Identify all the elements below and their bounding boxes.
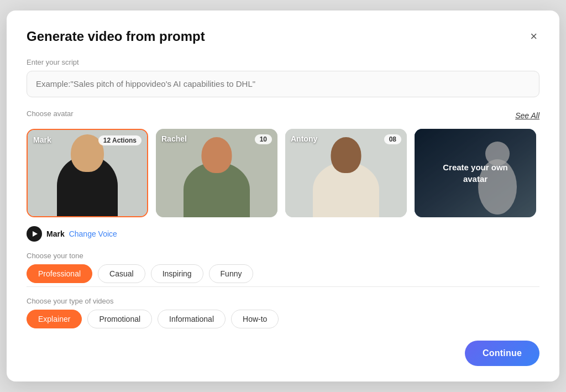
avatar-header: Choose avatar See All xyxy=(27,109,539,122)
tone-pill-professional[interactable]: Professional xyxy=(27,264,92,283)
script-input-wrapper[interactable] xyxy=(27,71,539,97)
script-label: Enter your script xyxy=(27,58,539,66)
modal-overlay: Generate video from prompt × Enter your … xyxy=(0,0,566,392)
avatar-card-rachel[interactable]: Rachel 10 xyxy=(156,129,277,217)
tone-pill-group: Professional Casual Inspiring Funny xyxy=(27,264,539,283)
generate-video-modal: Generate video from prompt × Enter your … xyxy=(7,11,559,382)
video-type-pill-howto[interactable]: How-to xyxy=(231,310,279,328)
avatar-card-antony[interactable]: Antony 08 xyxy=(285,129,407,217)
modal-title: Generate video from prompt xyxy=(27,29,205,44)
video-type-pill-informational[interactable]: Informational xyxy=(158,310,226,328)
avatar-name-rachel: Rachel xyxy=(161,134,187,143)
video-type-label: Choose your type of videos xyxy=(27,297,539,305)
script-input[interactable] xyxy=(36,79,530,88)
continue-button[interactable]: Continue xyxy=(465,341,539,366)
avatar-name-mark: Mark xyxy=(33,135,51,144)
custom-avatar-overlay: Create your ownavatar xyxy=(415,129,536,217)
avatar-label: Choose avatar xyxy=(27,109,74,118)
tone-pill-inspiring[interactable]: Inspiring xyxy=(151,264,203,283)
change-voice-link[interactable]: Change Voice xyxy=(69,229,117,238)
see-all-link[interactable]: See All xyxy=(515,111,539,120)
avatar-card-mark[interactable]: Mark 12 Actions xyxy=(27,129,148,217)
tone-pill-funny[interactable]: Funny xyxy=(209,264,254,283)
tone-section: Choose your tone Professional Casual Ins… xyxy=(27,252,539,283)
avatar-name-antony: Antony xyxy=(291,134,317,143)
video-type-pill-explainer[interactable]: Explainer xyxy=(27,310,82,328)
video-type-section: Choose your type of videos Explainer Pro… xyxy=(27,297,539,328)
avatar-badge-mark: 12 Actions xyxy=(98,135,142,145)
close-button[interactable]: × xyxy=(528,28,539,45)
footer-row: Continue xyxy=(27,341,539,366)
avatar-badge-rachel: 10 xyxy=(255,134,272,144)
avatar-section: Choose avatar See All Mark 12 Actions xyxy=(27,109,539,217)
custom-avatar-text: Create your ownavatar xyxy=(443,161,508,185)
play-icon xyxy=(33,231,38,237)
modal-header: Generate video from prompt × xyxy=(27,28,539,45)
voice-name: Mark xyxy=(46,229,65,238)
tone-pill-casual[interactable]: Casual xyxy=(98,264,145,283)
voice-row: Mark Change Voice xyxy=(27,226,539,242)
play-voice-button[interactable] xyxy=(27,226,42,242)
avatar-card-custom[interactable]: Create your ownavatar xyxy=(415,129,536,217)
video-type-pill-promotional[interactable]: Promotional xyxy=(87,310,152,328)
avatar-badge-antony: 08 xyxy=(384,134,401,144)
section-divider xyxy=(27,286,539,288)
tone-label: Choose your tone xyxy=(27,252,539,260)
avatar-list: Mark 12 Actions Rachel 10 xyxy=(27,129,539,217)
video-type-pill-group: Explainer Promotional Informational How-… xyxy=(27,310,539,328)
